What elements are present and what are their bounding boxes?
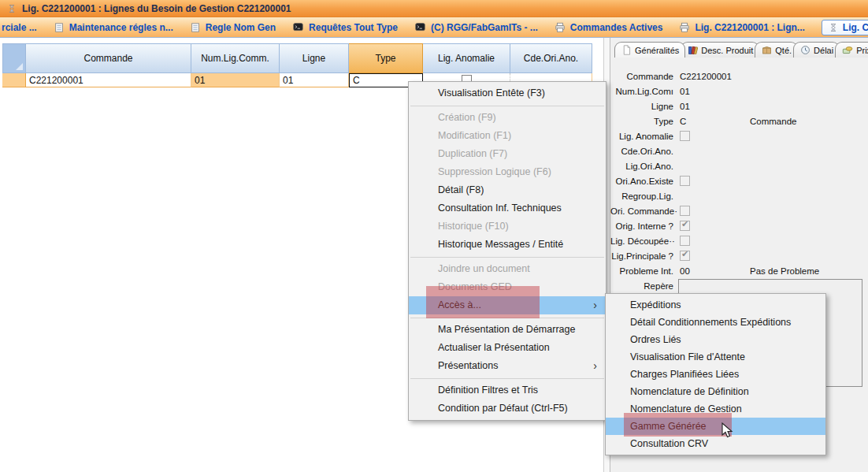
menu-item-label: Visualisation Entête (F3) (438, 87, 545, 98)
menu-item-definition-filtres-et-tris[interactable]: Définition Filtres et Tris (409, 381, 606, 400)
field-value: C221200001 (680, 72, 732, 81)
menu-item-label: Duplication (F7) (438, 148, 507, 159)
menu-item-duplication-f7: Duplication (F7) (409, 145, 606, 163)
field-regroup-lig: Regroup.Lig. (610, 189, 868, 204)
tab-c-rgg-fabgamits[interactable]: (C) RGG/FabGamITs - ... (414, 22, 538, 33)
tab-label: rciale ... (2, 22, 37, 33)
cell-commande[interactable]: C221200001 (26, 73, 191, 87)
column-header-label: Cde.Ori.Ano. (524, 53, 578, 64)
panel-tab-generalites[interactable]: Généralités (614, 42, 685, 58)
menu-item-visualisation-entete-f3[interactable]: Visualisation Entête (F3) (409, 84, 606, 102)
annotation-highlight-gamme-generee (624, 413, 732, 437)
panel-tab-delai[interactable]: Délai (793, 42, 840, 58)
field-cde-ori-ano: Cde.Ori.Ano. (610, 144, 868, 159)
menu-item-detail-f8[interactable]: Détail (F8) (409, 181, 606, 199)
field-value: C (680, 117, 686, 126)
row-selector[interactable] (2, 73, 26, 87)
menu-item-ordres-lies[interactable]: Ordres Liés (606, 331, 825, 348)
field-label: Commande (610, 72, 673, 81)
cell-value: 01 (283, 75, 293, 86)
column-header-commande[interactable]: Commande (26, 43, 191, 73)
checkbox-orig-interne[interactable] (680, 221, 690, 231)
checkbox-lig-decoupee[interactable] (680, 236, 690, 246)
menu-item-label: Détail Conditionnements Expéditions (630, 317, 791, 328)
tab-lig-c221200001-lign[interactable]: Lig. C221200001 : Lign... (822, 20, 868, 35)
tab-lig-c221200001-lign[interactable]: Lig. C221200001 : Lign... (679, 22, 804, 33)
checkbox-ori-ano-existe[interactable] (680, 176, 690, 186)
menu-item-condition-par-defaut-ctrl-f5[interactable]: Condition par Défaut (Ctrl-F5) (409, 400, 606, 418)
field-type: TypeCCommande (610, 114, 868, 129)
field-extra-text: Pas de Probleme (750, 266, 819, 276)
field-label: Regroup.Lig. (610, 191, 673, 201)
column-header-cde-ori-ano[interactable]: Cde.Ori.Ano. (510, 43, 592, 73)
field-ligne: Ligne01 (610, 99, 868, 114)
menu-item-label: Ma Présentation de Démarrage (438, 324, 575, 335)
panel-tab-prix[interactable]: Prix (835, 42, 868, 58)
checkbox-ori-commande[interactable] (680, 206, 690, 216)
panel-tab-desc-produit[interactable]: Desc. Produit (681, 42, 759, 58)
column-header-label: Type (375, 53, 395, 64)
money-icon (842, 45, 853, 55)
select-all-corner[interactable] (2, 43, 26, 73)
menu-item-visualisation-file-d-attente[interactable]: Visualisation File d'Attente (606, 348, 825, 366)
column-header-label: Commande (83, 53, 132, 64)
field-label: Ligne (610, 102, 673, 111)
menu-item-ma-presentation-de-demarrage[interactable]: Ma Présentation de Démarrage (409, 321, 606, 339)
column-header-label: Lig. Anomalie (438, 53, 495, 64)
menu-item-charges-planifiees-liees[interactable]: Charges Planifiées Liées (606, 366, 825, 383)
menu-item-actualiser-la-presentation[interactable]: Actualiser la Présentation (409, 339, 606, 357)
panel-field-list: CommandeC221200001Num.Lig.Comı01Ligne01T… (610, 69, 868, 294)
menu-item-label: Création (F9) (438, 112, 496, 123)
column-header-label: Ligne (302, 53, 325, 64)
field-label: Lig. Découpée·· (610, 236, 673, 246)
column-header-num-lig-comm[interactable]: Num.Lig.Comm. (191, 43, 280, 73)
menu-item-label: Joindre un document (438, 263, 530, 274)
field-num-lig-com: Num.Lig.Comı01 (610, 84, 868, 99)
tab-regle-nom-gen[interactable]: Regle Nom Gen (190, 22, 276, 33)
menu-item-nomenclature-de-definition[interactable]: Nomenclature de Définition (606, 383, 825, 400)
menu-item-detail-conditionnements-expeditions[interactable]: Détail Conditionnements Expéditions (606, 314, 825, 331)
menu-item-suppression-logique-f6: Suppression Logique (F6) (409, 163, 606, 181)
field-label: Lig. Anomalie (610, 132, 673, 141)
field-lig-ori-ano: Lig.Ori.Ano. (610, 159, 868, 174)
books-icon (688, 45, 698, 55)
column-header-lig-anomalie[interactable]: Lig. Anomalie (423, 43, 510, 73)
checkbox-lig-anomalie[interactable] (680, 131, 690, 141)
column-header-ligne[interactable]: Ligne (280, 43, 349, 73)
submenu-arrow-icon: › (593, 296, 597, 314)
field-label: Type (610, 117, 673, 126)
field-orig-interne: Orig. Interne ? (610, 219, 868, 234)
menu-item-label: Visualisation File d'Attente (630, 351, 745, 362)
field-commande: CommandeC221200001 (610, 69, 868, 84)
mouse-cursor (721, 422, 734, 443)
tab-label: Commandes Actives (570, 22, 663, 33)
tab-rciale[interactable]: rciale ... (2, 22, 37, 33)
menu-item-historique-messages-entite[interactable]: Historique Messages / Entité (409, 236, 606, 254)
panel-tab-qte[interactable]: Qté. (755, 42, 798, 58)
menu-item-consultation-crv[interactable]: Consultation CRV (606, 435, 825, 452)
field-value: 01 (680, 87, 690, 96)
printer-icon (679, 22, 690, 33)
panel-tab-label: Qté. (775, 46, 792, 55)
panel-tab-label: Desc. Produit (701, 46, 753, 55)
field-lig-anomalie: Lig. Anomalie (610, 129, 868, 144)
menu-item-consultation-inf-techniques[interactable]: Consultation Inf. Techniques (409, 199, 606, 217)
column-header-type[interactable]: Type (349, 43, 423, 73)
cell-num-lig-comm[interactable]: 01 (191, 73, 280, 87)
field-label: Orig. Interne ? (610, 221, 673, 231)
menu-item-presentations[interactable]: Présentations› (409, 357, 606, 375)
menu-item-expeditions[interactable]: Expéditions (606, 296, 825, 314)
tab-requetes-tout-type[interactable]: Requêtes Tout Type (292, 22, 398, 33)
window-titlebar: Lig. C221200001 : Lignes du Besoin de Ge… (0, 0, 868, 17)
field-ori-commande: Ori. Commande· (610, 204, 868, 219)
tab-maintenance-regles-n[interactable]: Maintenance régles n... (54, 22, 173, 33)
panel-tab-label: Délai (814, 46, 833, 55)
cell-ligne[interactable]: 01 (280, 73, 349, 87)
field-probleme-int: Probleme Int.00Pas de Probleme (610, 264, 868, 279)
checkbox-lig-principale[interactable] (680, 251, 690, 261)
column-header-label: Num.Lig.Comm. (201, 53, 269, 64)
box-icon (762, 45, 772, 55)
field-label: Ori. Commande· (610, 206, 673, 216)
tab-commandes-actives[interactable]: Commandes Actives (555, 22, 663, 33)
tab-label: Regle Nom Gen (206, 22, 276, 33)
